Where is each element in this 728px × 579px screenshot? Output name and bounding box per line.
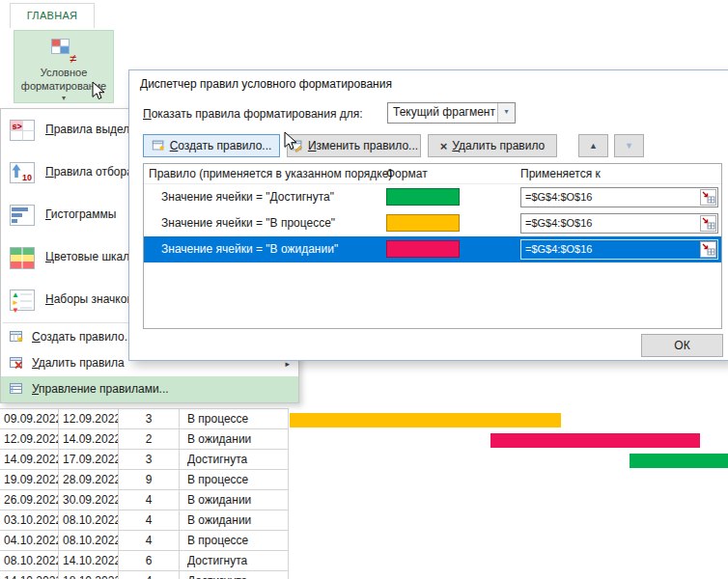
menu-item-label: Цветовые шкалы <box>45 250 138 263</box>
column-header-format: Формат <box>386 167 428 180</box>
cell-duration[interactable]: 4 <box>119 510 180 531</box>
range-picker-icon[interactable] <box>700 241 716 258</box>
cell-duration[interactable]: 4 <box>119 490 180 510</box>
rule-description: Значение ячейки = "В процессе" <box>161 216 335 230</box>
applies-to-range: =$G$4:$O$16 <box>525 217 592 229</box>
menu-item-manage-rules[interactable]: Управление правилами... <box>1 376 298 402</box>
cell-duration[interactable]: 9 <box>119 470 180 490</box>
edit-rule-button-label: Изменить правило... <box>308 139 418 152</box>
applies-to-range: =$G$4:$O$16 <box>525 243 592 255</box>
cell-status[interactable]: В ожидании <box>180 510 289 531</box>
rules-list: Правило (применяется в указанном порядке… <box>143 163 722 329</box>
cell-start-date[interactable]: 19.09.2022 <box>0 470 59 490</box>
delete-rule-button[interactable]: × Удалить правило <box>428 134 557 157</box>
cell-duration[interactable]: 6 <box>119 551 180 571</box>
cell-status[interactable]: В процессе <box>180 470 289 490</box>
ok-button-label: ОК <box>674 339 689 352</box>
cell-start-date[interactable]: 14.09.2022 <box>0 450 59 470</box>
cell-start-date[interactable]: 26.09.2022 <box>0 490 59 510</box>
cell-start-date[interactable]: 04.10.2022 <box>0 531 59 551</box>
top-bottom-rules-icon: 10 <box>7 157 38 188</box>
mouse-cursor <box>284 131 299 152</box>
cf-rules-manager-dialog: Диспетчер правил условного форматировани… <box>128 69 728 361</box>
svg-text:▼: ▼ <box>12 306 19 315</box>
new-rule-button-label: Создать правило... <box>170 139 272 152</box>
cell-end-date[interactable]: 30.09.2022 <box>59 490 119 510</box>
applies-to-field[interactable]: =$G$4:$O$16 <box>520 213 718 234</box>
move-rule-down-button[interactable]: ▼ <box>614 134 644 157</box>
cell-duration[interactable]: 3 <box>119 409 180 429</box>
svg-text:10: 10 <box>22 173 32 182</box>
format-swatch <box>386 188 460 206</box>
cell-duration[interactable]: 4 <box>119 571 180 579</box>
cell-duration[interactable]: 4 <box>119 531 180 551</box>
cell-status[interactable]: Достигнута <box>180 450 289 470</box>
cell-start-date[interactable]: 12.09.2022 <box>0 429 59 450</box>
format-swatch <box>386 214 460 232</box>
cell-end-date[interactable]: 08.10.2022 <box>59 531 119 551</box>
gantt-bar-pending <box>490 433 700 448</box>
combo-dropdown-button[interactable]: ▾ <box>497 103 515 123</box>
gantt-bar-done <box>630 454 728 468</box>
cell-duration[interactable]: 2 <box>119 429 180 450</box>
scope-label: Показать правила форматирования для: <box>143 107 363 121</box>
cell-status[interactable]: В ожидании <box>180 490 289 510</box>
cell-end-date[interactable]: 28.09.2022 <box>59 470 119 490</box>
cell-end-date[interactable]: 18.10.2022 <box>59 571 119 579</box>
delete-rule-button-label: Удалить правило <box>452 139 545 152</box>
cell-status[interactable]: Достигнута <box>180 551 289 571</box>
rule-row[interactable]: Значение ячейки = "В процессе" =$G$4:$O$… <box>144 210 721 236</box>
column-header-rule: Правило (применяется в указанном порядке… <box>149 167 392 180</box>
cell-status[interactable]: В процессе <box>180 409 289 429</box>
menu-item-label: Наборы значков <box>45 292 133 306</box>
cell-status[interactable]: В процессе <box>180 531 289 551</box>
chevron-down-icon: ▾ <box>504 107 508 116</box>
menu-item-label: Создать правило... <box>32 330 134 344</box>
excel-app: { "ribbon": { "tab_home": "ГЛАВНАЯ", "cf… <box>0 0 728 579</box>
rule-row-selected[interactable]: Значение ячейки = "В ожидании" =$G$4:$O$… <box>144 236 721 262</box>
gantt-bar-in-progress <box>290 413 561 427</box>
delete-x-icon: × <box>440 139 448 153</box>
cell-end-date[interactable]: 08.10.2022 <box>59 510 119 531</box>
sheet-row: 04.10.2022 08.10.2022 4 В процессе <box>0 531 728 551</box>
move-rule-up-button[interactable]: ▲ <box>578 134 608 157</box>
highlight-cells-rules-icon: s> <box>7 115 38 146</box>
scope-combobox[interactable]: Текущий фрагмент ▾ <box>387 102 516 124</box>
tab-home[interactable]: ГЛАВНАЯ <box>10 3 95 28</box>
range-picker-icon[interactable] <box>700 189 716 206</box>
cell-start-date[interactable]: 09.09.2022 <box>0 409 59 429</box>
dialog-title: Диспетчер правил условного форматировани… <box>140 77 392 91</box>
applies-to-field[interactable]: =$G$4:$O$16 <box>520 187 718 207</box>
new-rule-button[interactable]: Создать правило... <box>143 134 280 157</box>
svg-text:≠: ≠ <box>70 51 76 65</box>
cell-start-date[interactable]: 08.10.2022 <box>0 551 59 571</box>
up-arrow-icon: ▲ <box>589 141 598 151</box>
menu-item-label: Управление правилами... <box>32 382 169 396</box>
sheet-row: 03.10.2022 08.10.2022 4 В ожидании <box>0 510 728 531</box>
menu-item-label: Гистограммы <box>45 207 116 221</box>
cell-start-date[interactable]: 03.10.2022 <box>0 510 59 531</box>
cf-button-label-line1: Условное <box>14 67 113 78</box>
range-picker-icon[interactable] <box>700 215 716 232</box>
cell-duration[interactable]: 3 <box>119 450 180 470</box>
rule-row[interactable]: Значение ячейки = "Достигнута" =$G$4:$O$… <box>144 184 721 210</box>
cell-start-date[interactable]: 14.10.2022 <box>0 571 59 579</box>
column-header-applies-to: Применяется к <box>520 167 601 180</box>
sheet-row: 26.09.2022 30.09.2022 4 В ожидании <box>0 490 728 510</box>
new-rule-icon <box>9 329 24 345</box>
cell-end-date[interactable]: 17.09.2022 <box>59 450 119 470</box>
manage-rules-icon <box>9 381 24 397</box>
color-scales-icon <box>7 242 38 273</box>
applies-to-field[interactable]: =$G$4:$O$16 <box>520 239 718 260</box>
ok-button[interactable]: ОК <box>641 334 723 357</box>
icon-sets-icon: ▲ ► ▼ <box>7 285 38 316</box>
edit-rule-button[interactable]: Изменить правило... <box>287 134 421 157</box>
cell-end-date[interactable]: 14.09.2022 <box>59 429 119 450</box>
cell-status[interactable]: В ожидании <box>180 429 289 450</box>
cell-end-date[interactable]: 12.09.2022 <box>59 409 119 429</box>
tab-home-label: ГЛАВНАЯ <box>27 10 78 21</box>
cell-end-date[interactable]: 14.10.2022 <box>59 551 119 571</box>
menu-item-label: Удалить правила <box>32 356 125 370</box>
cell-status[interactable]: Достигнута <box>180 571 289 579</box>
rule-description: Значение ячейки = "Достигнута" <box>161 190 334 204</box>
